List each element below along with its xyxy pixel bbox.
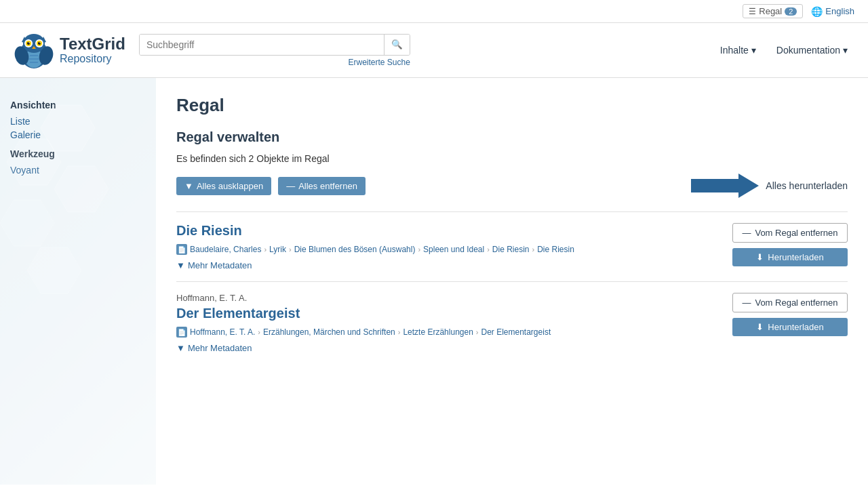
- ausklappen-label: Alles ausklappen: [197, 181, 263, 191]
- herunterladen-label: Herunterladen: [768, 322, 823, 332]
- big-arrow-icon: [691, 174, 759, 198]
- breadcrumb-0: 📄 Baudelaire, Charles › Lyrik › Die Blum…: [176, 244, 726, 255]
- inhalte-chevron-icon: ▾: [751, 45, 756, 56]
- breadcrumb-link[interactable]: Die Riesin: [537, 245, 574, 254]
- breadcrumb-link[interactable]: Lyrik: [269, 245, 286, 254]
- page-layout: Ansichten Liste Galerie Werkzeug Voyant …: [0, 78, 868, 485]
- page-title: Regal: [176, 95, 848, 116]
- topbar-lang: ☰ Regal 2 🌐 English: [743, 4, 854, 18]
- sidebar-item-voyant[interactable]: Voyant: [10, 165, 146, 176]
- download-icon: ⬇: [756, 322, 764, 332]
- breadcrumb-link[interactable]: Erzählungen, Märchen und Schriften: [263, 327, 395, 337]
- vom-regal-entfernen-button-0[interactable]: — Vom Regal entfernen: [732, 223, 848, 243]
- search-button[interactable]: 🔍: [384, 35, 410, 55]
- item-title-0[interactable]: Die Riesin: [176, 223, 726, 239]
- breadcrumb-link[interactable]: Spleen und Ideal: [423, 245, 484, 254]
- breadcrumb-doc-icon: 📄: [176, 244, 187, 255]
- item-author-1: Hoffmann, E. T. A.: [176, 293, 726, 303]
- svg-point-14: [39, 42, 41, 43]
- alles-entfernen-button[interactable]: — Alles entfernen: [278, 177, 366, 195]
- nav-area: Inhalte ▾ Dokumentation ▾: [713, 41, 854, 59]
- item-card: Die Riesin 📄 Baudelaire, Charles › Lyrik…: [176, 211, 848, 281]
- erweiterte-suche-link[interactable]: Erweiterte Suche: [139, 58, 410, 67]
- breadcrumb-link[interactable]: Der Elementargeist: [481, 327, 551, 337]
- breadcrumb-link[interactable]: Letzte Erzählungen: [403, 327, 473, 337]
- header: TextGrid Repository 🔍 Erweiterte Suche I…: [0, 23, 868, 78]
- item-card: Hoffmann, E. T. A. Der Elementargeist 📄 …: [176, 281, 848, 364]
- item-card-actions-1: — Vom Regal entfernen ⬇ Herunterladen: [732, 293, 848, 353]
- ausklappen-arrow-icon: ▼: [184, 181, 193, 191]
- entfernen-label: Alles entfernen: [298, 181, 357, 191]
- globe-icon: 🌐: [811, 6, 823, 17]
- item-card-actions-0: — Vom Regal entfernen ⬇ Herunterladen: [732, 223, 848, 270]
- item-title-1[interactable]: Der Elementargeist: [176, 306, 726, 321]
- item-card-content: Die Riesin 📄 Baudelaire, Charles › Lyrik…: [176, 223, 726, 270]
- vom-regal-label: Vom Regal entfernen: [755, 298, 837, 308]
- vom-regal-minus-icon: —: [742, 298, 751, 308]
- logo-textgrid: TextGrid: [60, 35, 125, 53]
- search-row: 🔍: [139, 34, 410, 56]
- svg-marker-24: [691, 174, 759, 198]
- objekte-info: Es befinden sich 2 Objekte im Regal: [176, 153, 848, 164]
- regal-verwalten-title: Regal verwalten: [176, 129, 848, 145]
- werkzeug-title: Werkzeug: [10, 148, 146, 159]
- logo-repository: Repository: [60, 53, 125, 65]
- search-input[interactable]: [140, 35, 384, 55]
- alles-herunterladen-label: Alles herunterladen: [766, 180, 848, 191]
- download-all-area: Alles herunterladen: [691, 174, 848, 198]
- logo-text: TextGrid Repository: [60, 35, 125, 65]
- regal-badge: 2: [785, 7, 797, 16]
- alles-ausklappen-button[interactable]: ▼ Alles ausklappen: [176, 177, 271, 195]
- herunterladen-button-1[interactable]: ⬇ Herunterladen: [732, 318, 848, 336]
- regal-icon: ☰: [749, 7, 756, 16]
- svg-point-13: [28, 42, 30, 43]
- breadcrumb-link[interactable]: Die Riesin: [492, 245, 530, 254]
- sidebar: Ansichten Liste Galerie Werkzeug Voyant: [0, 78, 156, 485]
- nav-inhalte-button[interactable]: Inhalte ▾: [713, 41, 763, 59]
- herunterladen-button-0[interactable]: ⬇ Herunterladen: [732, 248, 848, 266]
- search-area: 🔍 Erweiterte Suche: [139, 34, 410, 67]
- breadcrumb-1: 📄 Hoffmann, E. T. A. › Erzählungen, Märc…: [176, 327, 726, 338]
- nav-dokumentation-label: Dokumentation: [776, 45, 840, 56]
- mehr-metadaten-0[interactable]: ▼ Mehr Metadaten: [176, 260, 726, 270]
- action-bar: ▼ Alles ausklappen — Alles entfernen All…: [176, 174, 848, 198]
- logo[interactable]: TextGrid Repository: [14, 30, 125, 70]
- topbar: ☰ Regal 2 🌐 English: [0, 0, 868, 23]
- nav-inhalte-label: Inhalte: [720, 45, 749, 56]
- herunterladen-label: Herunterladen: [768, 252, 823, 262]
- sidebar-item-liste[interactable]: Liste: [10, 116, 146, 127]
- mehr-chevron-icon: ▼: [176, 343, 185, 353]
- english-lang-switch[interactable]: 🌐 English: [811, 6, 854, 17]
- entfernen-minus-icon: —: [286, 181, 295, 191]
- english-label: English: [825, 6, 854, 16]
- breadcrumb-doc-icon: 📄: [176, 327, 187, 338]
- vom-regal-label: Vom Regal entfernen: [755, 228, 837, 238]
- main-content: Regal Regal verwalten Es befinden sich 2…: [156, 78, 868, 485]
- ansichten-title: Ansichten: [10, 100, 146, 110]
- breadcrumb-link[interactable]: Die Blumen des Bösen (Auswahl): [294, 245, 416, 254]
- left-panel: Ansichten Liste Galerie Werkzeug Voyant: [0, 78, 156, 485]
- download-icon: ⬇: [756, 252, 764, 262]
- dokumentation-chevron-icon: ▾: [843, 45, 848, 56]
- vom-regal-entfernen-button-1[interactable]: — Vom Regal entfernen: [732, 293, 848, 312]
- sidebar-item-galerie[interactable]: Galerie: [10, 129, 146, 140]
- mehr-metadaten-label: Mehr Metadaten: [188, 260, 252, 270]
- mehr-metadaten-label: Mehr Metadaten: [188, 343, 252, 353]
- item-card-content: Hoffmann, E. T. A. Der Elementargeist 📄 …: [176, 293, 726, 353]
- regal-label: Regal: [759, 6, 782, 16]
- nav-dokumentation-button[interactable]: Dokumentation ▾: [770, 41, 854, 59]
- search-icon: 🔍: [391, 39, 403, 49]
- breadcrumb-link[interactable]: Hoffmann, E. T. A.: [190, 327, 255, 337]
- owl-logo-icon: [14, 30, 54, 70]
- mehr-chevron-icon: ▼: [176, 260, 185, 270]
- breadcrumb-link[interactable]: Baudelaire, Charles: [190, 245, 261, 254]
- mehr-metadaten-1[interactable]: ▼ Mehr Metadaten: [176, 343, 726, 353]
- vom-regal-minus-icon: —: [742, 228, 751, 238]
- regal-counter[interactable]: ☰ Regal 2: [743, 4, 803, 18]
